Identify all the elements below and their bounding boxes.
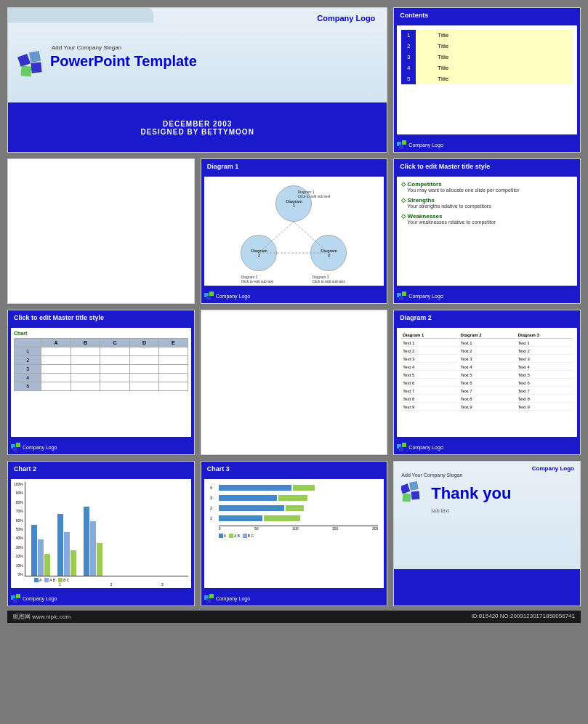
chart3-header: Chart 3 [201, 462, 387, 476]
slogan-text: Add Your Company Slogan [52, 44, 121, 51]
slide-diagram2: Diagram 2 Diagram 1Diagram 2Diagram 3Tex… [393, 310, 581, 455]
diagram1-header: Diagram 1 [201, 159, 387, 174]
watermark-bar: 昵图网 www.nipic.com ID:815420 NO:200912301… [7, 611, 581, 623]
chart3-legend: A A B B C [210, 534, 379, 538]
diagram2-header: Diagram 2 [394, 310, 580, 325]
svg-rect-2 [20, 65, 31, 76]
thank-you-text: Thank you [431, 484, 511, 503]
svg-rect-6 [399, 145, 403, 149]
svg-rect-8 [402, 291, 406, 296]
svg-rect-3 [31, 62, 41, 73]
slide2-footer: Company Logo [394, 137, 580, 152]
svg-rect-9 [399, 296, 403, 300]
svg-rect-17 [16, 443, 20, 447]
slide-edit-master: Click to edit Master title style ◇ Compe… [393, 158, 581, 304]
svg-line-10 [259, 222, 294, 253]
slide3-footer: Company Logo [394, 289, 580, 303]
company-logo-text: Company Logo [317, 14, 375, 23]
slide6-footer: Company Logo [8, 440, 194, 454]
chart-table-header: Click to edit Master title style [8, 310, 194, 325]
thankyou-subtext: sub text [431, 508, 573, 513]
watermark-right: ID:815420 NO:20091230171858056741 [472, 613, 575, 621]
slide5-footer: Company Logo [201, 289, 387, 303]
svg-line-11 [294, 222, 329, 253]
svg-rect-23 [16, 594, 20, 598]
diagram1-lines [239, 184, 348, 278]
svg-rect-31 [401, 483, 410, 494]
svg-rect-1 [29, 51, 41, 63]
svg-rect-0 [17, 54, 31, 67]
svg-rect-15 [206, 296, 211, 300]
contents-header: Contents [394, 8, 580, 23]
svg-rect-26 [209, 594, 214, 598]
watermark-left: 昵图网 www.nipic.com [13, 613, 71, 621]
slide-blank2 [201, 310, 388, 455]
chart-label: Chart [14, 331, 188, 336]
svg-rect-14 [209, 291, 214, 296]
chart3-hbars: 4 3 2 1 [207, 482, 382, 541]
chart3-xlabels: 050100150200 [210, 526, 379, 531]
slide-title: Company Logo Add Your Company Slogan Pow… [7, 7, 387, 153]
designer-text: DESIGNED BY BETTYMOON [140, 128, 254, 136]
svg-rect-20 [402, 443, 406, 447]
thankyou-slogan: Add Your Company Slogan [401, 472, 573, 478]
slide-diagram1: Diagram 1 Diagram1 Diagram2 Diagram3 [201, 158, 388, 304]
title-text: PowerPoint Template [50, 53, 197, 70]
thankyou-logo-icon [401, 479, 427, 508]
slide9-footer: Company Logo [8, 591, 194, 606]
slide10-footer: Company Logo [201, 591, 387, 606]
slide-chart2: Chart 2 100%90%80%70%60%50%40%30%20%10%0… [7, 461, 195, 606]
contents-table: 1Title2Title3Title4Title5Title [401, 30, 573, 84]
slide-contents: Contents 1Title2Title3Title4Title5Title … [393, 7, 581, 153]
chart2-bars [25, 482, 188, 576]
date-text: DECEMBER 2003 [163, 120, 232, 128]
svg-rect-5 [402, 140, 406, 145]
chart2-header: Chart 2 [8, 462, 194, 476]
svg-rect-34 [411, 491, 420, 499]
thankyou-logo: Company Logo [532, 465, 574, 472]
chart2-xlabels: 123 [14, 582, 188, 587]
chart2-ylabels: 100%90%80%70%60%50%40%30%20%10%0% [14, 482, 25, 576]
slide-chart3: Chart 3 4 3 2 [201, 461, 388, 606]
svg-rect-21 [399, 447, 403, 451]
slide-thank-you: Company Logo Add Your Company Slogan Tha… [393, 461, 581, 606]
chart-table-grid: ABCDE 1 2 3 4 5 [14, 338, 188, 391]
svg-rect-18 [13, 447, 17, 451]
svg-rect-27 [206, 598, 211, 603]
slide8-footer: Company Logo [394, 440, 580, 454]
svg-rect-24 [13, 598, 17, 603]
slide-blank [7, 158, 195, 304]
svg-rect-33 [403, 494, 411, 502]
svg-rect-32 [409, 481, 419, 491]
edit-master-header: Click to edit Master title style [394, 159, 580, 174]
slide-chart-table: Click to edit Master title style Chart A… [7, 310, 195, 455]
